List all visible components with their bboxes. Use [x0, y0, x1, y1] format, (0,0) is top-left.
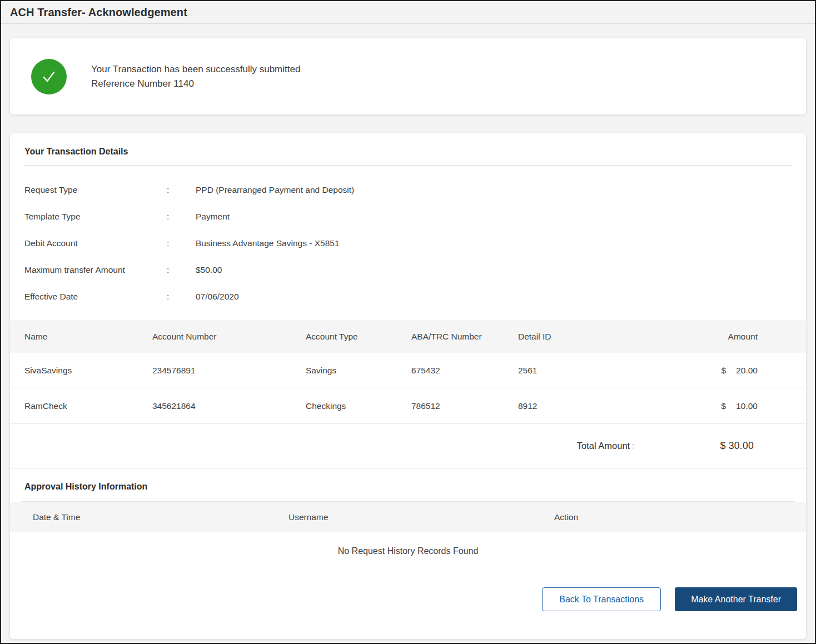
amount-value: 10.00 [736, 401, 758, 411]
total-amount-colon: : [632, 442, 634, 450]
column-header-name: Name [10, 332, 152, 342]
detail-label: Maximum transfer Amount [24, 265, 167, 275]
detail-separator: : [167, 185, 196, 195]
recipients-table-header: Name Account Number Account Type ABA/TRC… [10, 320, 806, 353]
amount-value: 20.00 [736, 366, 758, 376]
column-header-detail-id: Detail ID [518, 332, 673, 342]
cell-amount: $ 20.00 [673, 366, 806, 376]
success-check-icon [31, 59, 67, 94]
column-header-action: Action [554, 512, 806, 522]
back-to-transactions-button[interactable]: Back To Transactions [542, 587, 661, 611]
cell-name: SivaSavings [10, 366, 152, 376]
no-records-message: No Request History Records Found [10, 532, 806, 556]
transaction-details-heading: Your Transaction Details [24, 147, 792, 157]
detail-separator: : [167, 265, 196, 275]
heading-divider [24, 165, 792, 166]
cell-account-number: 345621864 [152, 401, 306, 411]
detail-label: Template Type [24, 212, 167, 222]
detail-row-template-type: Template Type : Payment [10, 203, 806, 230]
total-amount-label: Total Amount [577, 441, 630, 451]
detail-row-maximum-transfer-amount: Maximum transfer Amount : $50.00 [10, 257, 806, 283]
make-another-transfer-button[interactable]: Make Another Transfer [675, 587, 797, 611]
detail-row-effective-date: Effective Date : 07/06/2020 [10, 283, 806, 310]
column-header-amount: Amount [673, 332, 806, 342]
cell-account-type: Savings [306, 366, 411, 376]
currency-symbol: $ [722, 366, 727, 376]
cell-name: RamCheck [10, 401, 152, 411]
transaction-details-list: Request Type : PPD (Prearranged Payment … [10, 177, 806, 310]
total-amount-value: $ 30.00 [720, 440, 754, 452]
detail-label: Request Type [24, 185, 167, 195]
cell-aba-trc-number: 786512 [411, 401, 518, 411]
column-header-account-type: Account Type [306, 332, 411, 342]
detail-separator: : [167, 212, 196, 222]
cell-detail-id: 2561 [518, 366, 673, 376]
page-header: ACH Transfer- Acknowledgement [1, 1, 815, 24]
table-row: RamCheck 345621864 Checkings 786512 8912… [10, 388, 806, 424]
detail-value: Payment [196, 212, 806, 222]
column-header-date-time: Date & Time [10, 512, 288, 522]
column-header-username: Username [288, 512, 554, 522]
detail-label: Effective Date [24, 292, 167, 302]
cell-account-type: Checkings [306, 401, 411, 411]
cell-amount: $ 10.00 [673, 401, 806, 411]
detail-separator: : [167, 292, 196, 302]
cell-account-number: 234576891 [152, 366, 306, 376]
transaction-details-card: Your Transaction Details Request Type : … [10, 133, 806, 639]
action-buttons: Back To Transactions Make Another Transf… [10, 587, 806, 611]
column-header-aba-trc-number: ABA/TRC Number [411, 332, 518, 342]
currency-symbol: $ [722, 401, 727, 411]
detail-value: 07/06/2020 [196, 292, 806, 302]
cell-detail-id: 8912 [518, 401, 673, 411]
detail-separator: : [167, 238, 196, 248]
success-message: Your Transaction has been successfully s… [91, 62, 300, 91]
approval-history-header: Date & Time Username Action [10, 502, 806, 532]
success-message-line1: Your Transaction has been successfully s… [91, 62, 300, 77]
detail-value: $50.00 [196, 265, 806, 275]
approval-history-heading: Approval History Information [24, 482, 792, 492]
detail-label: Debit Account [24, 238, 167, 248]
table-row: SivaSavings 234576891 Savings 675432 256… [10, 353, 806, 388]
detail-row-debit-account: Debit Account : Business Advantage Savin… [10, 230, 806, 257]
approval-history-table: Date & Time Username Action No Request H… [10, 502, 806, 556]
detail-row-request-type: Request Type : PPD (Prearranged Payment … [10, 177, 806, 203]
recipients-table: Name Account Number Account Type ABA/TRC… [10, 320, 806, 468]
cell-aba-trc-number: 675432 [411, 366, 518, 376]
ach-transfer-acknowledgement-screen: ACH Transfer- Acknowledgement Your Trans… [0, 0, 816, 644]
detail-value: PPD (Prearranged Payment and Deposit) [196, 185, 806, 195]
success-message-line2: Reference Number 1140 [91, 77, 300, 91]
page-title: ACH Transfer- Acknowledgement [10, 6, 806, 19]
total-amount-row: Total Amount : $ 30.00 [10, 424, 806, 468]
detail-value: Business Advantage Savings - X5851 [196, 238, 806, 248]
column-header-account-number: Account Number [152, 332, 306, 342]
success-banner: Your Transaction has been successfully s… [10, 38, 806, 114]
